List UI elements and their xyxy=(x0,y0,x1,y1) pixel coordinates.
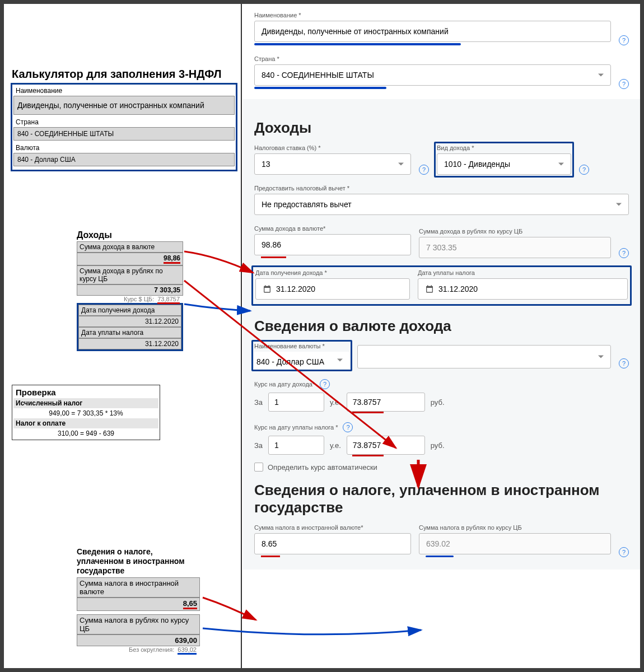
r-rate-tax-input[interactable] xyxy=(347,436,425,455)
incomes-title: Доходы xyxy=(77,230,183,240)
tax-due-label: Налог к оплате xyxy=(13,418,158,428)
name-value: Дивиденды, полученные от иностранных ком… xyxy=(13,96,235,115)
r-currency-section-title: Сведения о валюте дохода xyxy=(254,318,629,335)
auto-rate-label: Определить курс автоматически xyxy=(268,463,377,472)
help-icon[interactable]: ? xyxy=(619,358,629,368)
r-name-input[interactable]: Дивиденды, полученные от иностранных ком… xyxy=(254,21,611,42)
no-round-value: 639,02 xyxy=(178,646,197,655)
calc-tax-line: 949,00 = 7 303,35 * 13% xyxy=(13,408,158,418)
currency-value: 840 - Доллар США xyxy=(13,153,235,166)
incomes-summary: Доходы Сумма дохода в валюте 98,86 Сумма… xyxy=(77,230,183,351)
help-icon[interactable]: ? xyxy=(579,165,589,175)
help-icon[interactable]: ? xyxy=(619,547,629,557)
r-foreign-rub-label: Сумма налога в рублях по курсу ЦБ xyxy=(419,524,611,531)
date-tax-value: 31.12.2020 xyxy=(78,338,181,349)
dates-highlight: Дата получения дохода 31.12.2020 Дата уп… xyxy=(77,303,183,351)
rub-text: руб. xyxy=(431,398,445,407)
date-income-label: Дата получения дохода xyxy=(78,305,181,316)
calc-tax-label: Исчисленный налог xyxy=(13,398,158,408)
foreign-tax-summary: Сведения о налоге, уплаченном в иностран… xyxy=(77,547,200,655)
r-rate-tax-label: Курс на дату уплаты налога * xyxy=(254,424,338,431)
help-icon[interactable]: ? xyxy=(619,79,629,89)
r-foreign-fx-input[interactable]: 8.65 xyxy=(254,533,411,554)
r-foreign-section-title: Сведения о налоге, уплаченном в иностран… xyxy=(254,482,629,516)
foreign-rub-value: 639,00 xyxy=(77,634,200,646)
date-income-value: 31.12.2020 xyxy=(78,316,181,327)
za-text: За xyxy=(254,398,263,407)
calendar-icon xyxy=(425,284,434,293)
help-icon[interactable]: ? xyxy=(343,422,353,432)
ue-text: у.е. xyxy=(330,441,341,450)
tax-due-line: 310,00 = 949 - 639 xyxy=(13,428,158,438)
page-title: Калькулятор для заполнения 3-НДФЛ xyxy=(12,68,241,81)
currency-label: Валюта xyxy=(13,143,235,153)
income-rub-label: Сумма дохода в рублях по курсу ЦБ xyxy=(77,265,183,284)
r-deduction-select[interactable]: Не предоставлять вычет xyxy=(254,194,629,215)
r-incomes-title: Доходы xyxy=(254,119,629,137)
foreign-fx-value: 8,65 xyxy=(183,599,197,609)
rate-value: 73,8757 xyxy=(157,296,180,304)
r-rate-income-label: Курс на дату дохода* xyxy=(254,381,315,388)
r-rate-income-input[interactable] xyxy=(347,393,425,412)
calendar-icon xyxy=(263,284,272,293)
currency-name-highlight: Наименование валюты * 840 - Доллар США xyxy=(251,340,352,371)
income-rub-value: 7 303,35 xyxy=(77,284,183,296)
income-fx-value: 98,86 xyxy=(164,254,180,264)
r-date-tax-input[interactable]: 31.12.2020 xyxy=(418,278,628,300)
r-income-rub-input: 7 303.35 xyxy=(419,237,611,258)
name-label: Наименование xyxy=(13,86,235,96)
foreign-fx-label: Сумма налога в иностранной валюте xyxy=(77,577,200,598)
income-type-highlight: Вид дохода * 1010 - Дивиденды xyxy=(434,142,574,178)
help-icon[interactable]: ? xyxy=(619,35,629,45)
country-value: 840 - СОЕДИНЕННЫЕ ШТАТЫ xyxy=(13,127,235,141)
help-icon[interactable]: ? xyxy=(320,379,330,389)
za-text: За xyxy=(254,441,263,450)
r-deduction-label: Предоставить налоговый вычет * xyxy=(254,185,629,192)
r-date-income-input[interactable]: 31.12.2020 xyxy=(255,278,410,300)
dates-highlight-right: Дата получения дохода * 31.12.2020 Дата … xyxy=(251,265,632,306)
foreign-title: Сведения о налоге, уплаченном в иностран… xyxy=(77,547,200,575)
r-tax-rate-label: Налоговая ставка (%) * xyxy=(254,144,411,151)
help-icon[interactable]: ? xyxy=(619,248,629,258)
r-income-type-label: Вид дохода * xyxy=(437,144,571,151)
country-label: Страна xyxy=(13,117,235,127)
r-foreign-fx-label: Сумма налога в иностранной валюте* xyxy=(254,524,411,531)
date-tax-label: Дата уплаты налога xyxy=(78,327,181,338)
r-country-label: Страна * xyxy=(254,55,611,62)
r-currency-name-select[interactable] xyxy=(357,345,611,368)
check-title: Проверка xyxy=(13,386,158,398)
income-fx-label: Сумма дохода в валюте xyxy=(77,241,183,253)
r-income-fx-label: Сумма дохода в валюте* xyxy=(254,225,411,232)
foreign-rub-label: Сумма налога в рублях по курсу ЦБ xyxy=(77,614,200,634)
check-box: Проверка Исчисленный налог 949,00 = 7 30… xyxy=(12,385,160,440)
help-icon[interactable]: ? xyxy=(419,165,429,175)
r-income-type-select[interactable]: 1010 - Дивиденды xyxy=(437,153,571,175)
r-currency-name-inner: 840 - Доллар США xyxy=(254,352,349,368)
r-tax-rate-select[interactable]: 13 xyxy=(254,153,411,175)
summary-highlight-box: Наименование Дивиденды, полученные от ин… xyxy=(11,83,237,171)
ue-text: у.е. xyxy=(330,398,341,407)
r-currency-name-label: Наименование валюты * xyxy=(254,343,349,349)
r-rate-qty-input[interactable] xyxy=(268,393,324,412)
r-income-fx-input[interactable]: 98.86 xyxy=(254,234,411,255)
rub-text: руб. xyxy=(431,441,445,450)
r-foreign-rub-input: 639.02 xyxy=(419,533,611,554)
r-date-tax-label: Дата уплаты налога xyxy=(418,269,628,276)
no-round-label: Без округления: xyxy=(129,646,174,653)
r-date-income-label: Дата получения дохода * xyxy=(255,269,410,276)
rate-label: Курс $ ЦБ: xyxy=(124,296,154,302)
r-income-rub-label: Сумма дохода в рублях по курсу ЦБ xyxy=(419,228,611,235)
auto-rate-checkbox[interactable] xyxy=(254,463,263,472)
r-name-label: Наименование * xyxy=(254,12,611,18)
r-country-select[interactable]: 840 - СОЕДИНЕННЫЕ ШТАТЫ xyxy=(254,64,611,86)
r-rate-qty-input-2[interactable] xyxy=(268,436,324,455)
